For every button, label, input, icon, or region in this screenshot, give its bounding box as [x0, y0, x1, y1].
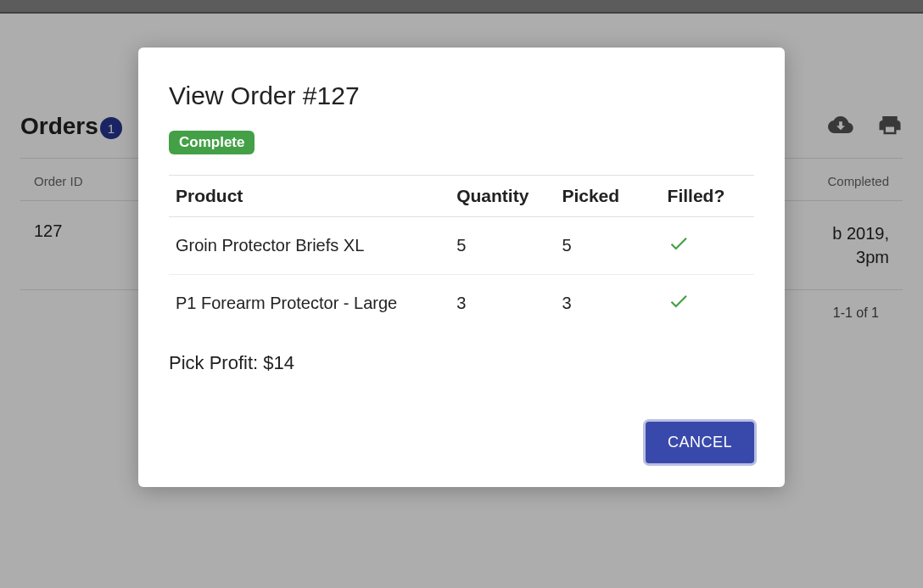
cell-picked: 3: [555, 275, 660, 333]
check-icon: [661, 217, 754, 275]
cell-picked: 5: [555, 217, 660, 275]
cell-quantity: 3: [450, 275, 555, 333]
cancel-button[interactable]: CANCEL: [646, 422, 754, 463]
cell-quantity: 5: [450, 217, 555, 275]
cell-product: P1 Forearm Protector - Large: [169, 275, 450, 333]
check-icon: [661, 275, 754, 333]
col-filled: Filled?: [661, 176, 754, 217]
table-row: Groin Protector Briefs XL 5 5: [169, 217, 754, 275]
status-badge: Complete: [169, 131, 255, 154]
col-quantity: Quantity: [450, 176, 555, 217]
modal-overlay: View Order #127 Complete Product Quantit…: [0, 0, 923, 588]
pick-profit: Pick Profit: $14: [169, 352, 754, 374]
col-product: Product: [169, 176, 450, 217]
modal-title: View Order #127: [169, 81, 754, 110]
view-order-modal: View Order #127 Complete Product Quantit…: [138, 48, 785, 487]
cell-product: Groin Protector Briefs XL: [169, 217, 450, 275]
col-picked: Picked: [555, 176, 660, 217]
table-row: P1 Forearm Protector - Large 3 3: [169, 275, 754, 333]
order-items-table: Product Quantity Picked Filled? Groin Pr…: [169, 175, 754, 332]
